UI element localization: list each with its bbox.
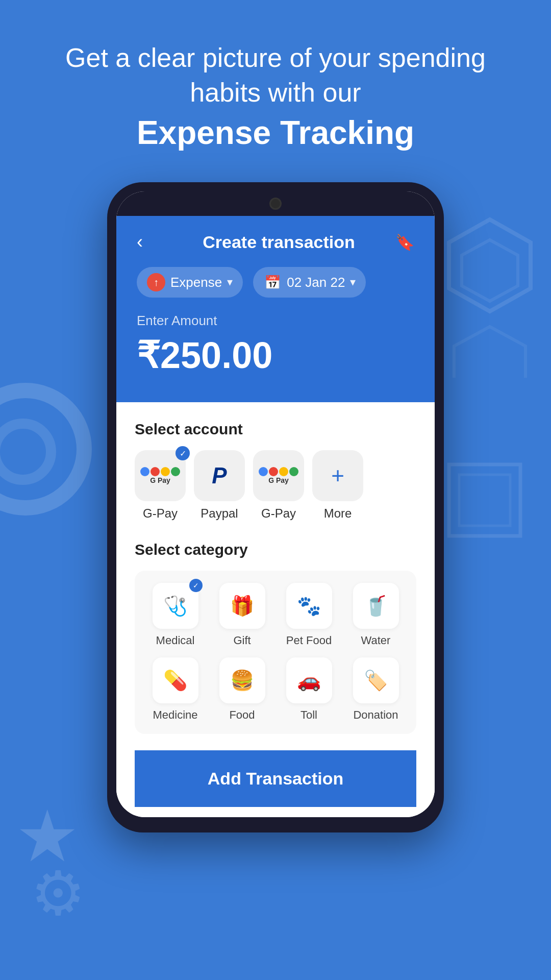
- screen-title: Create transaction: [203, 232, 355, 252]
- gpay2-icon: G Pay: [253, 450, 304, 501]
- category-medicine[interactable]: 💊 Medicine: [147, 657, 204, 722]
- phone-frame: ‹ Create transaction 🔖 ↑ Expense ▾ 📅 02 …: [107, 182, 444, 832]
- filter-row: ↑ Expense ▾ 📅 02 Jan 22 ▾: [137, 267, 414, 298]
- paypal-icon-box: P: [194, 450, 245, 501]
- phone-notch: [116, 191, 435, 216]
- account-gpay1[interactable]: G Pay G-Pay: [135, 450, 186, 521]
- deco-hex-right: [439, 214, 541, 378]
- deco-play-right: [444, 459, 525, 561]
- app-header: ‹ Create transaction 🔖 ↑ Expense ▾ 📅 02 …: [116, 216, 435, 402]
- bookmark-button[interactable]: 🔖: [395, 233, 414, 251]
- amount-value[interactable]: ₹250.00: [137, 334, 414, 377]
- gpay1-icon: G Pay: [135, 450, 186, 501]
- expense-icon: ↑: [147, 273, 165, 291]
- hero-title: Expense Tracking: [31, 114, 520, 152]
- category-toll[interactable]: 🚗 Toll: [281, 657, 337, 722]
- gpay1-label: G-Pay: [143, 506, 178, 521]
- phone-bottom-bar: [116, 807, 435, 817]
- phone-screen: ‹ Create transaction 🔖 ↑ Expense ▾ 📅 02 …: [116, 191, 435, 817]
- more-plus-icon: +: [331, 463, 344, 488]
- gpay1-logo: G Pay: [140, 467, 180, 484]
- type-label: Expense: [170, 275, 222, 290]
- water-icon: 🥤: [353, 583, 399, 629]
- calendar-icon: 📅: [263, 273, 282, 291]
- food-icon: 🍔: [219, 657, 265, 703]
- paypal-logo: P: [212, 463, 227, 488]
- front-camera: [269, 198, 282, 210]
- pet-food-label: Pet Food: [286, 634, 332, 647]
- categories-grid: 🩺 Medical 🎁 Gift 🐾 Pet Food: [147, 583, 404, 722]
- more-label: More: [324, 506, 352, 521]
- phone-mockup: ‹ Create transaction 🔖 ↑ Expense ▾ 📅 02 …: [107, 182, 444, 832]
- app-nav: ‹ Create transaction 🔖: [137, 231, 414, 253]
- category-pet-food[interactable]: 🐾 Pet Food: [281, 583, 337, 647]
- medicine-icon: 💊: [153, 657, 198, 703]
- app-body: Select account: [116, 402, 435, 807]
- toll-icon: 🚗: [286, 657, 332, 703]
- donation-icon: 🏷️: [353, 657, 399, 703]
- add-transaction-button[interactable]: Add Transaction: [135, 750, 416, 807]
- donation-label: Donation: [353, 708, 398, 722]
- gpay2-label: G-Pay: [261, 506, 296, 521]
- account-section-title: Select account: [135, 421, 416, 438]
- account-paypal[interactable]: P Paypal: [194, 450, 245, 521]
- category-gift[interactable]: 🎁 Gift: [214, 583, 270, 647]
- type-filter[interactable]: ↑ Expense ▾: [137, 267, 243, 298]
- category-food[interactable]: 🍔 Food: [214, 657, 270, 722]
- gpay2-logo: G Pay: [259, 467, 298, 484]
- account-gpay2[interactable]: G Pay G-Pay: [253, 450, 304, 521]
- hero-section: Get a clear picture of your spending hab…: [0, 41, 551, 152]
- deco-gear: ⚙: [31, 858, 86, 929]
- date-label: 02 Jan 22: [287, 275, 345, 290]
- category-medical[interactable]: 🩺 Medical: [147, 583, 204, 647]
- more-icon-box: +: [312, 450, 363, 501]
- type-chevron: ▾: [227, 276, 233, 289]
- medical-label: Medical: [156, 634, 195, 647]
- water-label: Water: [361, 634, 391, 647]
- category-section-title: Select category: [135, 541, 416, 558]
- gift-label: Gift: [233, 634, 251, 647]
- account-more[interactable]: + More: [312, 450, 363, 521]
- svg-marker-4: [459, 475, 510, 526]
- accounts-row: G Pay G-Pay P Paypal: [135, 450, 416, 521]
- pet-food-icon: 🐾: [286, 583, 332, 629]
- categories-container: 🩺 Medical 🎁 Gift 🐾 Pet Food: [135, 571, 416, 734]
- toll-label: Toll: [300, 708, 317, 722]
- back-button[interactable]: ‹: [137, 231, 162, 253]
- date-filter[interactable]: 📅 02 Jan 22 ▾: [253, 267, 366, 298]
- gift-icon: 🎁: [219, 583, 265, 629]
- medicine-label: Medicine: [153, 708, 197, 722]
- svg-marker-2: [454, 327, 525, 378]
- category-donation[interactable]: 🏷️ Donation: [347, 657, 404, 722]
- hero-subtitle: Get a clear picture of your spending hab…: [31, 41, 520, 110]
- date-chevron: ▾: [350, 276, 356, 289]
- medical-icon: 🩺: [153, 583, 198, 629]
- amount-label: Enter Amount: [137, 313, 414, 329]
- food-label: Food: [229, 708, 255, 722]
- category-water[interactable]: 🥤 Water: [347, 583, 404, 647]
- paypal-label: Paypal: [201, 506, 238, 521]
- svg-marker-1: [462, 240, 518, 301]
